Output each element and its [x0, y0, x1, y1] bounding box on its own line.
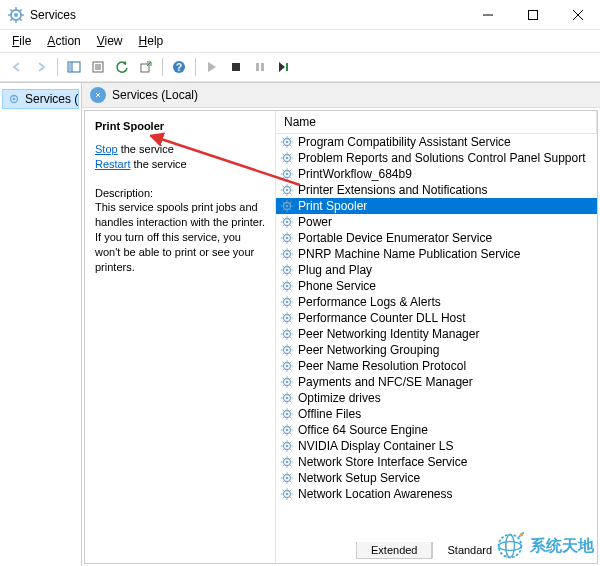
svg-point-62	[286, 189, 289, 192]
service-gear-icon	[280, 183, 294, 197]
toolbar-separator	[195, 58, 196, 76]
refresh-button[interactable]	[111, 56, 133, 78]
restart-service-link[interactable]: Restart	[95, 158, 130, 170]
service-row[interactable]: Phone Service	[276, 278, 597, 294]
show-hide-tree-button[interactable]	[63, 56, 85, 78]
svg-point-122	[286, 285, 289, 288]
export-list-button[interactable]	[135, 56, 157, 78]
svg-line-48	[290, 161, 291, 162]
svg-line-79	[283, 209, 284, 210]
svg-line-108	[290, 257, 291, 258]
service-row[interactable]: Portable Device Enumerator Service	[276, 230, 597, 246]
svg-rect-27	[286, 63, 288, 71]
svg-line-148	[290, 321, 291, 322]
svg-line-258	[290, 497, 291, 498]
service-row[interactable]: Payments and NFC/SE Manager	[276, 374, 597, 390]
service-gear-icon	[280, 231, 294, 245]
detail-column: Print Spooler Stop the service Restart t…	[85, 111, 275, 563]
toolbar-separator	[162, 58, 163, 76]
service-row[interactable]: Problem Reports and Solutions Control Pa…	[276, 150, 597, 166]
content-area: Print Spooler Stop the service Restart t…	[84, 110, 598, 564]
svg-line-50	[290, 154, 291, 155]
service-gear-icon	[280, 167, 294, 181]
service-gear-icon	[280, 439, 294, 453]
svg-line-219	[283, 433, 284, 434]
svg-line-80	[290, 202, 291, 203]
properties-button[interactable]	[87, 56, 109, 78]
svg-line-257	[283, 490, 284, 491]
svg-line-90	[290, 218, 291, 219]
svg-line-77	[283, 202, 284, 203]
service-row[interactable]: Network Store Interface Service	[276, 454, 597, 470]
svg-line-240	[290, 458, 291, 459]
help-button[interactable]: ?	[168, 56, 190, 78]
minimize-button[interactable]	[465, 0, 510, 30]
tree-item-services[interactable]: Services (Loca	[2, 89, 79, 109]
service-row[interactable]: Peer Networking Grouping	[276, 342, 597, 358]
svg-point-92	[286, 237, 289, 240]
pause-service-button	[249, 56, 271, 78]
service-row[interactable]: Network Location Awareness	[276, 486, 597, 502]
svg-line-239	[283, 465, 284, 466]
service-row[interactable]: Peer Name Resolution Protocol	[276, 358, 597, 374]
stop-service-link[interactable]: Stop	[95, 143, 118, 155]
service-row[interactable]: PrintWorkflow_684b9	[276, 166, 597, 182]
service-row[interactable]: Performance Counter DLL Host	[276, 310, 597, 326]
toolbar-separator	[57, 58, 58, 76]
service-row[interactable]: Print Spooler	[276, 198, 597, 214]
close-button[interactable]	[555, 0, 600, 30]
column-header-name[interactable]: Name	[276, 111, 597, 133]
service-gear-icon	[280, 135, 294, 149]
stop-service-button[interactable]	[225, 56, 247, 78]
svg-point-102	[286, 253, 289, 256]
service-row[interactable]: NVIDIA Display Container LS	[276, 438, 597, 454]
service-row[interactable]: Network Setup Service	[276, 470, 597, 486]
service-row[interactable]: Optimize drives	[276, 390, 597, 406]
tab-standard[interactable]: Standard	[432, 542, 507, 559]
svg-line-259	[283, 497, 284, 498]
svg-rect-25	[256, 63, 259, 71]
service-gear-icon	[280, 279, 294, 293]
service-row[interactable]: Office 64 Source Engine	[276, 422, 597, 438]
service-row[interactable]: Program Compatibility Assistant Service	[276, 134, 597, 150]
service-row[interactable]: Plug and Play	[276, 262, 597, 278]
menu-view[interactable]: View	[91, 32, 129, 50]
service-row[interactable]: Power	[276, 214, 597, 230]
maximize-button[interactable]	[510, 0, 555, 30]
tab-extended[interactable]: Extended	[356, 542, 432, 559]
right-pane: Services (Local) Print Spooler Stop the …	[82, 83, 600, 566]
svg-line-59	[283, 177, 284, 178]
svg-point-202	[286, 413, 289, 416]
svg-line-87	[283, 218, 284, 219]
service-name: Peer Networking Identity Manager	[298, 327, 479, 341]
svg-line-149	[283, 321, 284, 322]
service-row[interactable]: Printer Extensions and Notifications	[276, 182, 597, 198]
svg-line-120	[290, 266, 291, 267]
view-tabs: Extended Standard	[276, 542, 597, 563]
menu-file[interactable]: File	[6, 32, 37, 50]
svg-line-130	[290, 282, 291, 283]
svg-line-247	[283, 474, 284, 475]
menu-help[interactable]: Help	[133, 32, 170, 50]
restart-service-button[interactable]	[273, 56, 295, 78]
service-gear-icon	[280, 151, 294, 165]
service-row[interactable]: Performance Logs & Alerts	[276, 294, 597, 310]
services-list[interactable]: Program Compatibility Assistant ServiceP…	[276, 134, 597, 542]
svg-point-52	[286, 173, 289, 176]
svg-line-200	[290, 394, 291, 395]
service-row[interactable]: PNRP Machine Name Publication Service	[276, 246, 597, 262]
service-row[interactable]: Offline Files	[276, 406, 597, 422]
service-gear-icon	[280, 215, 294, 229]
service-gear-icon	[280, 423, 294, 437]
svg-line-228	[290, 449, 291, 450]
service-row[interactable]: Peer Networking Identity Manager	[276, 326, 597, 342]
services-tree-icon	[7, 92, 21, 106]
svg-point-32	[286, 141, 289, 144]
svg-line-69	[283, 193, 284, 194]
service-gear-icon	[280, 199, 294, 213]
svg-line-67	[283, 186, 284, 187]
service-name: Network Store Interface Service	[298, 455, 467, 469]
service-name: Problem Reports and Solutions Control Pa…	[298, 151, 586, 165]
menu-action[interactable]: Action	[41, 32, 86, 50]
svg-line-99	[283, 241, 284, 242]
